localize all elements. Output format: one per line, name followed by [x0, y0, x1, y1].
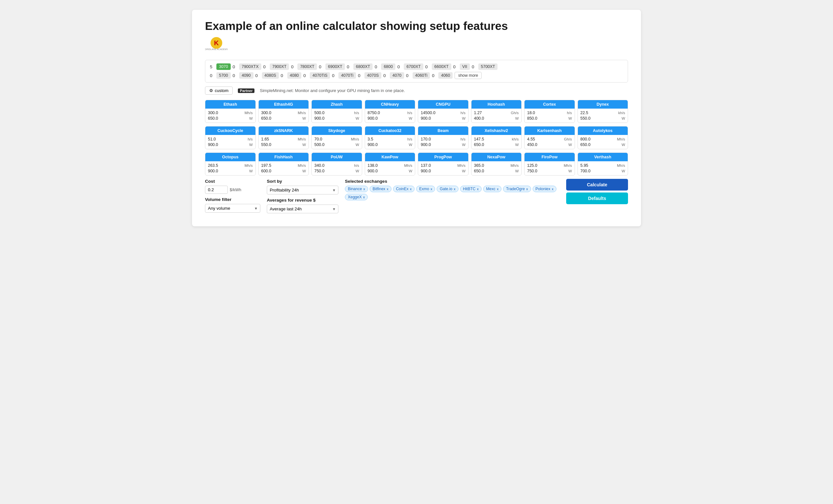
sort-select[interactable]: Profitability 24h Profitability 1h Reven…: [267, 186, 338, 195]
algo-card-zksnark[interactable]: zkSNARK 1.65 Mh/s 550.0 W: [258, 126, 309, 149]
algo-card-kawpow[interactable]: KawPow 138.0 Mh/s 900.0 W: [365, 152, 415, 176]
exchange-remove-icon[interactable]: x: [363, 187, 365, 191]
gpu-chip-4080s[interactable]: 4080S: [262, 72, 279, 79]
exchange-tag-coinex[interactable]: CoinEx x: [393, 186, 414, 192]
gpu-chip-6900xt[interactable]: 6900XT: [325, 64, 345, 70]
gpu-selector: 5 3070 0 7900XTX 0 7900XT 0 7800XT 0 690…: [205, 60, 628, 82]
gpu-chip-5700xt[interactable]: 5700XT: [478, 64, 498, 70]
exchange-tag-hitbtc[interactable]: HitBTC x: [460, 186, 481, 192]
algo-card-ethash[interactable]: Ethash 300.0 Mh/s 650.0 W: [205, 100, 256, 123]
exchange-remove-icon[interactable]: x: [454, 187, 456, 191]
exchange-remove-icon[interactable]: x: [363, 195, 365, 199]
algo-card-firopow[interactable]: FiroPow 125.0 Mh/s 750.0 W: [524, 152, 575, 176]
algo-power: 900.0: [208, 143, 218, 147]
algo-card-autolykos[interactable]: Autolykos 800.0 Mh/s 650.0 W: [577, 126, 628, 149]
algo-power: 900.0: [368, 143, 378, 147]
algo-card-cortex[interactable]: Cortex 18.0 h/s 850.0 W: [524, 100, 575, 123]
algo-card-cnheavy[interactable]: CNHeavy 8750.0 h/s 900.0 W: [365, 100, 415, 123]
cost-input[interactable]: [205, 186, 228, 194]
exchange-remove-icon[interactable]: x: [430, 187, 432, 191]
algo-card-fishhash[interactable]: FishHash 197.5 Mh/s 600.0 W: [258, 152, 309, 176]
partner-badge: Partner: [238, 89, 255, 93]
algo-power-row: 700.0 W: [580, 169, 625, 173]
exchange-remove-icon[interactable]: x: [386, 187, 388, 191]
gpu-chip-6800[interactable]: 6800: [381, 64, 395, 70]
volume-select[interactable]: Any volume Low Medium High: [205, 204, 260, 213]
exchange-remove-icon[interactable]: x: [526, 187, 528, 191]
gpu-chip-7900xtx[interactable]: 7900XTX: [239, 64, 261, 70]
algo-power: 400.0: [474, 116, 484, 121]
algo-unit: Mh/s: [564, 163, 572, 168]
gpu-chip-vii[interactable]: VII: [460, 64, 470, 70]
gpu-chip-3070[interactable]: 3070: [216, 64, 231, 70]
gpu-chip-4070ti[interactable]: 4070Ti: [338, 72, 356, 79]
algo-card-nexapow[interactable]: NexaPow 365.0 Mh/s 650.0 W: [471, 152, 522, 176]
algo-card-cuckoocycle[interactable]: CuckooCycle 51.0 h/s 900.0 W: [205, 126, 256, 149]
algo-card-beam[interactable]: Beam 170.0 h/s 900.0 W: [418, 126, 469, 149]
gpu-chip-4070[interactable]: 4070: [390, 72, 404, 79]
gpu-chip-7800xt[interactable]: 7800XT: [298, 64, 317, 70]
defaults-button[interactable]: Defaults: [566, 193, 628, 204]
exchange-tag-xeggex[interactable]: XeggeX x: [345, 194, 368, 200]
controls-row: ⚙ custom Partner SimpleMining.net: Monit…: [205, 86, 628, 95]
algo-power-unit: W: [515, 169, 519, 173]
gpu-chip-4070s[interactable]: 4070S: [364, 72, 381, 79]
algo-card-skydoge[interactable]: Skydoge 70.0 Mh/s 500.0 W: [311, 126, 362, 149]
algo-card-hoohash[interactable]: Hoohash 1.27 Gh/s 400.0 W: [471, 100, 522, 123]
volume-select-wrapper: Any volume Low Medium High ▼: [205, 204, 260, 213]
algo-card-cngpu[interactable]: CNGPU 14500.0 h/s 900.0 W: [418, 100, 469, 123]
gpu-chip-4070tis[interactable]: 4070TiS: [310, 72, 330, 79]
algo-body: 197.5 Mh/s 600.0 W: [259, 161, 309, 175]
algo-card-octopus[interactable]: Octopus 263.5 Mh/s 900.0 W: [205, 152, 256, 176]
gpu-chip-7900xt[interactable]: 7900XT: [270, 64, 289, 70]
algo-power-row: 750.0 W: [527, 169, 572, 173]
algo-card-verthash[interactable]: Verthash 5.95 Mh/s 700.0 W: [577, 152, 628, 176]
algo-card-karlsenhash[interactable]: Karlsenhash 4.55 Gh/s 450.0 W: [524, 126, 575, 149]
algo-card-cuckatoo32[interactable]: Cuckatoo32 3.5 h/s 900.0 W: [365, 126, 415, 149]
exchange-tag-poloniex[interactable]: Poloniex x: [533, 186, 557, 192]
algo-power-row: 650.0 W: [261, 116, 306, 121]
algo-hashrate-row: 340.0 h/s: [314, 163, 359, 168]
show-more-button[interactable]: show more: [455, 72, 481, 79]
algo-card-pouw[interactable]: PoUW 340.0 h/s 750.0 W: [311, 152, 362, 176]
algo-header: FishHash: [259, 153, 309, 161]
exchange-remove-icon[interactable]: x: [552, 187, 554, 191]
gpu-chip-4060ti[interactable]: 4060Ti: [412, 72, 430, 79]
exchange-remove-icon[interactable]: x: [497, 187, 499, 191]
algo-power: 650.0: [261, 116, 271, 121]
algo-card-progpow[interactable]: ProgPow 137.0 Mh/s 900.0 W: [418, 152, 469, 176]
gpu-chip-6800xt[interactable]: 6800XT: [353, 64, 373, 70]
exchange-remove-icon[interactable]: x: [410, 187, 412, 191]
exchange-tag-mexc[interactable]: Mexc x: [483, 186, 501, 192]
algo-body: 5.95 Mh/s 700.0 W: [578, 161, 628, 175]
gpu-chip-4080[interactable]: 4080: [287, 72, 302, 79]
calculate-button[interactable]: Calculate: [566, 179, 628, 191]
cost-label: Cost: [205, 179, 260, 184]
gpu-chip-6700xt[interactable]: 6700XT: [404, 64, 423, 70]
gpu-row-1: 5 3070 0 7900XTX 0 7900XT 0 7800XT 0 690…: [210, 64, 623, 70]
algo-power-row: 650.0 W: [208, 116, 253, 121]
custom-button[interactable]: ⚙ custom: [205, 86, 233, 95]
algo-body: 340.0 h/s 750.0 W: [312, 161, 362, 175]
exchange-tag-gate.io[interactable]: Gate.io x: [437, 186, 458, 192]
gpu-chip-4060[interactable]: 4060: [438, 72, 453, 79]
algo-power: 450.0: [527, 143, 537, 147]
algo-hashrate: 500.0: [314, 110, 325, 115]
algo-card-ethash4g[interactable]: Ethash4G 300.0 Mh/s 650.0 W: [258, 100, 309, 123]
exchange-tag-bitfinex[interactable]: Bitfinex x: [370, 186, 391, 192]
exchange-tag-tradeogre[interactable]: TradeOgre x: [503, 186, 531, 192]
algo-card-zhash[interactable]: Zhash 500.0 h/s 900.0 W: [311, 100, 362, 123]
gpu-chip-4090[interactable]: 4090: [239, 72, 254, 79]
gpu-chip-5700[interactable]: 5700: [216, 72, 231, 79]
algo-hashrate-row: 137.0 Mh/s: [421, 163, 466, 168]
algo-hashrate: 51.0: [208, 137, 216, 142]
exchange-remove-icon[interactable]: x: [477, 187, 479, 191]
avg-select[interactable]: Average last 24h Average last 1h Current: [267, 204, 338, 213]
algo-card-xelishashv2[interactable]: Xelishashv2 147.5 kh/s 650.0 W: [471, 126, 522, 149]
algo-card-dynex[interactable]: Dynex 22.5 kh/s 550.0 W: [577, 100, 628, 123]
exchange-tag-binance[interactable]: Binance x: [345, 186, 368, 192]
gpu-chip-6600xt[interactable]: 6600XT: [432, 64, 451, 70]
exchange-tag-exmo[interactable]: Exmo x: [416, 186, 435, 192]
algo-header: Xelishashv2: [472, 126, 522, 135]
algo-power: 550.0: [261, 143, 271, 147]
